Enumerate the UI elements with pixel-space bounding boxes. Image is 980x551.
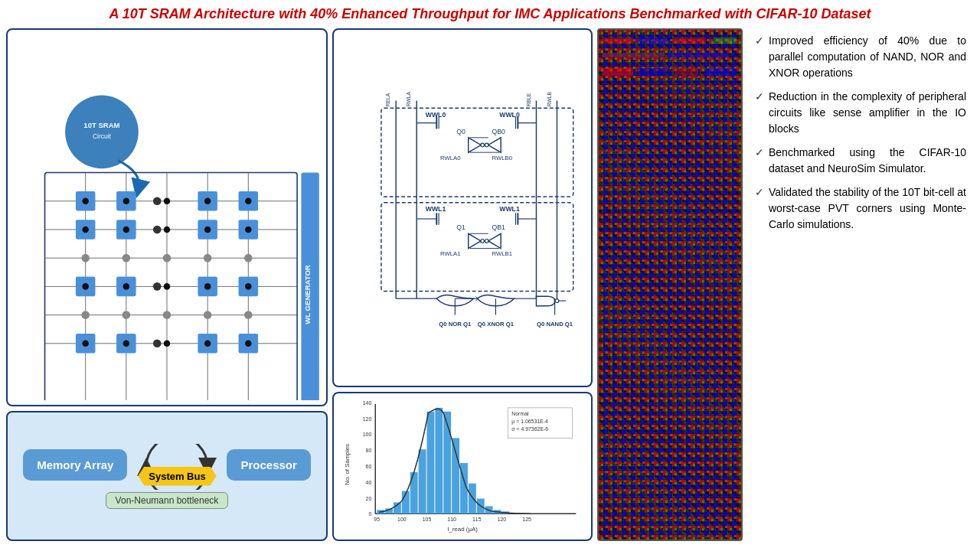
svg-text:RWLA1: RWLA1 [440, 250, 460, 257]
svg-marker-111 [469, 233, 481, 248]
svg-point-57 [164, 283, 171, 290]
svg-point-51 [123, 227, 130, 233]
checkmark-2: ✓ [755, 89, 764, 137]
svg-marker-113 [488, 233, 501, 248]
svg-point-26 [122, 254, 131, 262]
checkmark-1: ✓ [755, 33, 764, 81]
svg-text:RBLE: RBLE [526, 93, 531, 106]
svg-point-132 [555, 299, 559, 303]
histogram-panel: No. of Samples 0 20 40 60 80 100 120 140 [332, 392, 593, 541]
svg-rect-184 [603, 37, 633, 44]
svg-point-49 [245, 197, 252, 204]
svg-text:115: 115 [472, 517, 482, 522]
svg-text:100: 100 [397, 517, 407, 522]
svg-point-39 [244, 311, 253, 319]
system-bus-panel: Memory Array [6, 411, 328, 541]
svg-point-64 [245, 341, 252, 347]
svg-point-37 [163, 311, 172, 319]
svg-rect-155 [410, 472, 418, 514]
svg-point-58 [204, 283, 211, 290]
svg-rect-186 [675, 37, 706, 44]
svg-point-54 [245, 227, 252, 233]
svg-point-28 [204, 254, 212, 262]
svg-point-25 [81, 254, 90, 262]
svg-rect-190 [603, 68, 633, 76]
svg-point-27 [163, 254, 172, 262]
bullet-4: ✓ Validated the stability of the 10T bit… [755, 184, 966, 233]
svg-rect-185 [637, 37, 668, 44]
svg-text:QB1: QB1 [492, 223, 506, 231]
svg-text:60: 60 [366, 464, 372, 469]
bullet-text-4: Validated the stability of the 10T bit-c… [769, 184, 966, 233]
svg-text:Q0 NOR Q1: Q0 NOR Q1 [439, 321, 472, 328]
svg-rect-156 [419, 449, 426, 514]
svg-point-60 [82, 341, 89, 347]
svg-marker-105 [469, 138, 481, 152]
checkmark-4: ✓ [755, 184, 764, 233]
svg-text:125: 125 [522, 517, 531, 522]
svg-point-47 [164, 197, 171, 204]
svg-text:140: 140 [363, 400, 372, 406]
bullet-text-1: Improved efficiency of 40% due to parall… [769, 33, 966, 81]
svg-rect-187 [714, 37, 737, 44]
svg-text:Q1: Q1 [456, 223, 466, 231]
svg-text:WWL1: WWL1 [499, 205, 520, 213]
svg-rect-192 [675, 68, 698, 76]
svg-text:80: 80 [366, 448, 372, 453]
svg-point-44 [153, 339, 162, 347]
svg-text:WWL0: WWL0 [426, 111, 446, 119]
svg-point-56 [123, 283, 130, 290]
von-neumann-label: Von-Neumann bottleneck [106, 492, 229, 509]
svg-text:40: 40 [366, 480, 372, 485]
svg-point-53 [204, 227, 211, 233]
svg-point-35 [81, 311, 90, 319]
svg-rect-188 [603, 53, 664, 57]
svg-rect-189 [668, 53, 729, 57]
svg-text:RWLA0: RWLA0 [440, 155, 460, 161]
svg-point-36 [122, 311, 131, 319]
svg-rect-160 [452, 438, 459, 514]
bullet-2: ✓ Reduction in the complexity of periphe… [755, 89, 966, 137]
svg-text:100: 100 [363, 432, 372, 437]
svg-text:RWLA: RWLA [406, 91, 411, 106]
circuit-panel: RELA RWLA RBLE RWLB WWL0 WWL0 WWL1 WWL1 [332, 28, 593, 387]
checkmark-3: ✓ [755, 145, 764, 177]
text-panel: ✓ Improved efficiency of 40% due to para… [747, 28, 974, 541]
svg-point-34 [153, 282, 162, 291]
svg-point-19 [153, 197, 162, 205]
svg-rect-162 [469, 484, 476, 514]
svg-point-24 [153, 226, 162, 234]
svg-text:RWLB1: RWLB1 [492, 250, 512, 257]
svg-text:Q0 XNOR Q1: Q0 XNOR Q1 [478, 321, 514, 328]
system-bus-arrows: System Bus [135, 444, 219, 486]
svg-point-63 [204, 341, 211, 347]
svg-point-48 [204, 197, 211, 204]
main-title: A 10T SRAM Architecture with 40% Enhance… [0, 0, 980, 25]
svg-text:95: 95 [374, 517, 380, 522]
svg-marker-107 [488, 138, 501, 152]
svg-rect-84 [381, 203, 573, 292]
svg-point-61 [123, 341, 130, 347]
svg-text:105: 105 [423, 517, 432, 522]
svg-point-50 [82, 227, 89, 233]
svg-rect-159 [443, 412, 451, 514]
svg-text:20: 20 [366, 496, 372, 501]
svg-text:120: 120 [363, 416, 372, 422]
svg-text:Q0 NAND Q1: Q0 NAND Q1 [537, 321, 573, 328]
svg-point-29 [244, 254, 253, 262]
bullet-text-3: Benchmarked using the CIFAR-10 dataset a… [769, 145, 966, 177]
memory-array-box: Memory Array [23, 449, 127, 481]
bullet-text-2: Reduction in the complexity of periphera… [769, 89, 966, 137]
chip-image-panel [597, 28, 743, 541]
svg-text:RWLB: RWLB [547, 91, 552, 106]
svg-rect-193 [706, 68, 737, 76]
svg-point-59 [245, 283, 252, 290]
svg-text:120: 120 [498, 517, 507, 522]
memory-array-panel: 10T SRAM Circuit [6, 28, 328, 406]
svg-text:μ = 1.06531E-4: μ = 1.06531E-4 [511, 419, 548, 425]
svg-text:Normal: Normal [511, 411, 529, 416]
svg-text:Q0: Q0 [456, 128, 466, 135]
svg-text:10T SRAM: 10T SRAM [83, 121, 119, 129]
svg-text:WL GENERATOR: WL GENERATOR [303, 265, 312, 324]
svg-text:110: 110 [447, 517, 456, 522]
